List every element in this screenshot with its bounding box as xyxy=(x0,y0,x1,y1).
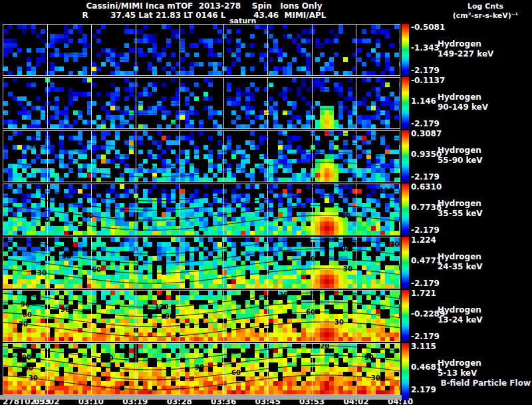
colorbar-value-top: -0.1137 xyxy=(411,76,445,85)
colorbar-value-top: -0.5081 xyxy=(411,23,445,32)
channel-label: Hydrogen 13-24 keV xyxy=(438,305,483,325)
colorbar-units-label: Log Cnts (cm²-sr-s-keV)⁻¹ xyxy=(439,2,532,21)
spectrogram-canvas xyxy=(3,291,400,341)
saturn-annotation: saturn xyxy=(229,17,256,24)
colorbar xyxy=(402,24,409,76)
channel-label: Hydrogen 149-227 keV xyxy=(438,39,493,59)
channel-label: Hydrogen 55-90 keV xyxy=(438,146,483,166)
spectrogram-canvas xyxy=(3,344,400,394)
spectrogram-panel-5-13 xyxy=(3,343,400,395)
colorbar xyxy=(402,130,409,182)
channel-label: Hydrogen 24-35 keV xyxy=(438,252,483,272)
colorbar xyxy=(402,290,409,342)
colorbar-value-top: 0.6310 xyxy=(411,183,442,192)
ephemeris-subtitle: R 37.45 Lat 21.83 LT 0146 L 43.46 MIMI/A… xyxy=(0,11,408,20)
spectrogram-canvas xyxy=(3,131,400,182)
channel-label: Hydrogen 35-55 keV xyxy=(438,199,483,219)
spectrogram-canvas xyxy=(3,78,400,128)
spectrogram-canvas xyxy=(3,237,400,288)
spectrogram-panel-149-227 xyxy=(3,24,400,76)
colorbar xyxy=(402,343,409,400)
channel-label: Hydrogen 5-13 keV xyxy=(438,358,481,378)
colorbar-value-top: 1.721 xyxy=(411,289,436,298)
colorbar-value-mid: 1.146 xyxy=(411,97,436,106)
spectrogram-panel-55-90 xyxy=(3,130,400,182)
colorbar-value-top: 1.224 xyxy=(411,236,436,245)
colorbar-value-bottom: -2.179 xyxy=(411,120,440,128)
colorbar-value-bottom: -2.179 xyxy=(411,173,440,182)
colorbar xyxy=(402,237,409,289)
colorbar-value-bottom: 2.179 xyxy=(411,386,436,394)
channel-label: Hydrogen 90-149 keV xyxy=(438,92,488,112)
time-axis-bar xyxy=(0,395,402,400)
colorbar-value-top: 0.3087 xyxy=(411,130,442,138)
spectrogram-canvas xyxy=(3,184,400,235)
colorbar xyxy=(402,184,409,235)
units-line2: (cm²-sr-s-keV)⁻¹ xyxy=(439,11,532,21)
colorbar-value-top: 3.115 xyxy=(411,342,436,351)
colorbar-value-bottom: -2.179 xyxy=(411,279,440,288)
page-title: Cassini/MIMI Inca mTOF 2013-278 Spin Ion… xyxy=(0,1,408,11)
colorbar-value-bottom: -2.179 xyxy=(411,226,440,235)
colorbar-value-mid: -1.343 xyxy=(411,44,440,53)
spectrogram-panel-35-55 xyxy=(3,184,400,235)
colorbar xyxy=(402,77,409,129)
spectrogram-panel-90-149 xyxy=(3,77,400,129)
units-line1: Log Cnts xyxy=(439,2,532,11)
colorbar-value-bottom: -2.179 xyxy=(411,67,440,75)
spectrogram-canvas xyxy=(3,25,400,75)
bfield-flow-label: B-field Particle Flow xyxy=(426,378,531,388)
spectrogram-panel-24-35 xyxy=(3,237,400,289)
colorbar-value-bottom: -2.179 xyxy=(411,333,440,341)
spectrogram-panel-13-24 xyxy=(3,290,400,342)
